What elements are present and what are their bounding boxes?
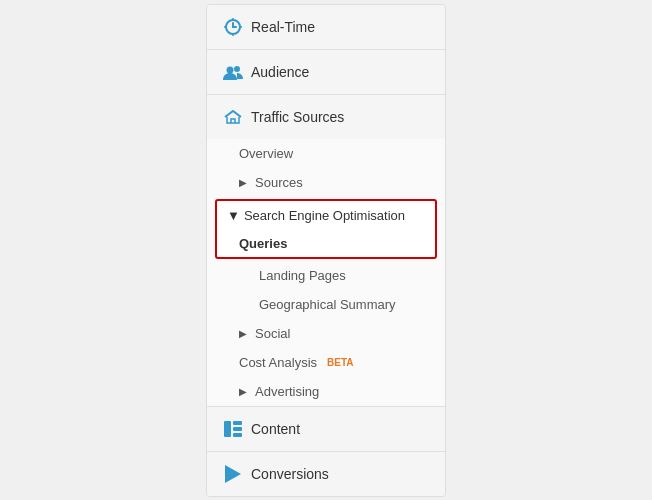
sidebar-item-queries[interactable]: Queries	[217, 230, 435, 257]
realtime-label: Real-Time	[251, 19, 315, 35]
nav-section-realtime: Real-Time	[207, 5, 445, 50]
traffic-sources-icon	[223, 107, 243, 127]
nav-section-audience: Audience	[207, 50, 445, 95]
landing-pages-label: Landing Pages	[259, 268, 346, 283]
svg-rect-4	[233, 421, 242, 425]
seo-group: ▼ Search Engine Optimisation Queries	[215, 199, 437, 259]
sidebar-item-realtime[interactable]: Real-Time	[207, 5, 445, 49]
sidebar-item-conversions[interactable]: Conversions	[207, 452, 445, 496]
sidebar-item-social[interactable]: ▶ Social	[207, 319, 445, 348]
traffic-sub-items: Overview ▶ Sources ▼ Search Engine Optim…	[207, 139, 445, 406]
content-icon	[223, 419, 243, 439]
sources-expand-icon: ▶	[239, 177, 247, 188]
audience-icon	[223, 62, 243, 82]
nav-section-conversions: Conversions	[207, 452, 445, 496]
svg-point-2	[234, 66, 240, 72]
beta-badge: BETA	[327, 357, 353, 368]
social-expand-icon: ▶	[239, 328, 247, 339]
advertising-expand-icon: ▶	[239, 386, 247, 397]
svg-rect-3	[224, 421, 231, 437]
realtime-icon	[223, 17, 243, 37]
sidebar-item-landing-pages[interactable]: Landing Pages	[207, 261, 445, 290]
sidebar-item-traffic-sources[interactable]: Traffic Sources	[207, 95, 445, 139]
sidebar-item-overview[interactable]: Overview	[207, 139, 445, 168]
sidebar-item-cost-analysis[interactable]: Cost Analysis BETA	[207, 348, 445, 377]
sources-label: Sources	[255, 175, 303, 190]
nav-panel: Real-Time Audience	[206, 4, 446, 497]
seo-label: Search Engine Optimisation	[244, 208, 405, 223]
social-label: Social	[255, 326, 290, 341]
queries-label: Queries	[239, 236, 287, 251]
nav-section-content: Content	[207, 407, 445, 452]
sidebar-item-seo[interactable]: ▼ Search Engine Optimisation	[217, 201, 435, 230]
advertising-label: Advertising	[255, 384, 319, 399]
sidebar-item-audience[interactable]: Audience	[207, 50, 445, 94]
nav-section-traffic: Traffic Sources Overview ▶ Sources ▼ Sea…	[207, 95, 445, 407]
content-label: Content	[251, 421, 300, 437]
traffic-sources-label: Traffic Sources	[251, 109, 344, 125]
cost-analysis-label: Cost Analysis	[239, 355, 317, 370]
sidebar-item-advertising[interactable]: ▶ Advertising	[207, 377, 445, 406]
geographical-summary-label: Geographical Summary	[259, 297, 396, 312]
sidebar-item-sources[interactable]: ▶ Sources	[207, 168, 445, 197]
audience-label: Audience	[251, 64, 309, 80]
svg-rect-5	[233, 427, 242, 431]
conversions-label: Conversions	[251, 466, 329, 482]
sidebar-item-content[interactable]: Content	[207, 407, 445, 451]
svg-marker-7	[225, 465, 241, 483]
svg-rect-6	[233, 433, 242, 437]
overview-label: Overview	[239, 146, 293, 161]
svg-point-1	[227, 66, 234, 73]
sidebar-item-geographical-summary[interactable]: Geographical Summary	[207, 290, 445, 319]
conversions-icon	[223, 464, 243, 484]
seo-expand-icon: ▼	[227, 208, 240, 223]
